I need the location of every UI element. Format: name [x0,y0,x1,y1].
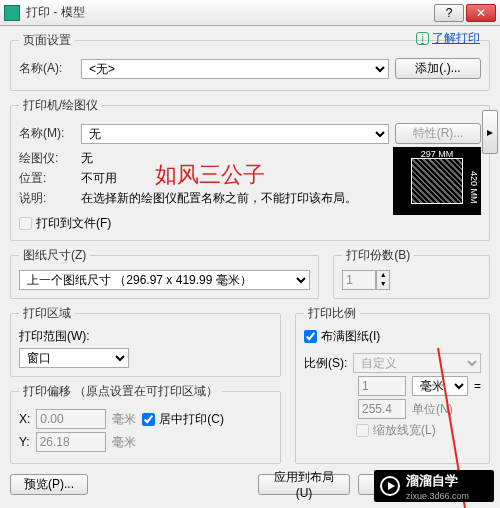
plotter-value: 无 [81,150,93,167]
offset-y-input[interactable] [36,432,106,452]
learn-print-link[interactable]: i 了解打印 [416,30,480,47]
copies-input [342,270,376,290]
app-icon [4,5,20,21]
print-range-select[interactable]: 窗口 [19,348,129,368]
brand-overlay: 溜溜自学 zixue.3d66.com [374,470,494,502]
printer-legend: 打印机/绘图仪 [19,97,102,114]
window-title: 打印 - 模型 [26,4,432,21]
offset-y-unit: 毫米 [112,434,136,451]
print-scale-legend: 打印比例 [304,305,360,322]
scale-den-input[interactable] [358,399,406,419]
scale-label: 比例(S): [304,355,347,372]
close-button[interactable]: ✕ [466,4,496,22]
fit-paper-label: 布满图纸(I) [321,328,380,345]
center-print-input[interactable] [142,413,155,426]
print-to-file-input [19,217,32,230]
print-range-label: 打印范围(W): [19,328,272,345]
preview-page-icon [411,158,463,204]
scale-num-unit-select[interactable]: 毫米 [412,376,468,396]
print-to-file-checkbox[interactable]: 打印到文件(F) [19,215,481,232]
scale-select[interactable]: 自定义 [353,353,481,373]
paper-size-group: 图纸尺寸(Z) 上一个图纸尺寸 （296.97 x 419.99 毫米） [10,247,319,299]
add-pagesetup-button[interactable]: 添加(.)... [395,58,481,79]
paper-preview: 297 MM 420 MM [393,147,481,215]
offset-x-input[interactable] [36,409,106,429]
print-scale-group: 打印比例 布满图纸(I) 比例(S): 自定义 毫米 = 单位(N) 缩放线宽(… [295,305,490,464]
plotter-label: 绘图仪: [19,150,75,167]
page-setup-legend: 页面设置 [19,32,75,49]
dialog-body: i 了解打印 页面设置 名称(A): <无> 添加(.)... 打印机/绘图仪 … [0,26,500,501]
center-print-checkbox[interactable]: 居中打印(C) [142,411,224,428]
equals-label: = [474,379,481,393]
offset-y-label: Y: [19,435,30,449]
scale-lineweight-checkbox[interactable]: 缩放线宽(L) [356,422,481,439]
location-label: 位置: [19,170,75,187]
copies-group: 打印份数(B) ▲▼ [333,247,490,299]
fit-paper-checkbox[interactable]: 布满图纸(I) [304,328,481,345]
pagesetup-name-label: 名称(A): [19,60,75,77]
learn-print-label: 了解打印 [432,30,480,47]
copies-spinner[interactable]: ▲▼ [342,270,390,290]
print-offset-legend: 打印偏移 （原点设置在可打印区域） [19,383,222,400]
copies-legend: 打印份数(B) [342,247,414,264]
printer-group: 打印机/绘图仪 名称(M): 无 特性(R)... 绘图仪:无 位置:不可用 说… [10,97,490,241]
scale-lineweight-input [356,424,369,437]
location-value: 不可用 [81,170,117,187]
scale-den-unit: 单位(N) [412,401,453,418]
apply-layout-button[interactable]: 应用到布局(U) [258,474,350,495]
printer-name-label: 名称(M): [19,125,75,142]
preview-width: 297 MM [421,149,454,159]
fit-paper-input[interactable] [304,330,317,343]
copies-spin-buttons: ▲▼ [376,270,390,290]
help-button[interactable]: ? [434,4,464,22]
printer-props-button[interactable]: 特性(R)... [395,123,481,144]
preview-button[interactable]: 预览(P)... [10,474,88,495]
brand-url: zixue.3d66.com [406,491,469,501]
preview-height: 420 MM [469,171,479,204]
pagesetup-name-select[interactable]: <无> [81,59,389,79]
print-area-group: 打印区域 打印范围(W): 窗口 [10,305,281,377]
paper-size-select[interactable]: 上一个图纸尺寸 （296.97 x 419.99 毫米） [19,270,310,290]
offset-x-label: X: [19,412,30,426]
scale-num-input[interactable] [358,376,406,396]
print-to-file-label: 打印到文件(F) [36,215,111,232]
desc-value: 在选择新的绘图仪配置名称之前，不能打印该布局。 [81,190,385,207]
expand-button[interactable]: ▸ [482,110,498,154]
brand-name: 溜溜自学 [406,472,469,490]
desc-label: 说明: [19,190,75,207]
offset-x-unit: 毫米 [112,411,136,428]
paper-size-legend: 图纸尺寸(Z) [19,247,90,264]
center-print-label: 居中打印(C) [159,411,224,428]
print-offset-group: 打印偏移 （原点设置在可打印区域） X: 毫米 居中打印(C) Y: 毫米 [10,383,281,464]
scale-lineweight-label: 缩放线宽(L) [373,422,436,439]
titlebar: 打印 - 模型 ? ✕ [0,0,500,26]
play-icon [380,476,400,496]
info-icon: i [416,32,429,45]
print-area-legend: 打印区域 [19,305,75,322]
printer-name-select[interactable]: 无 [81,124,389,144]
